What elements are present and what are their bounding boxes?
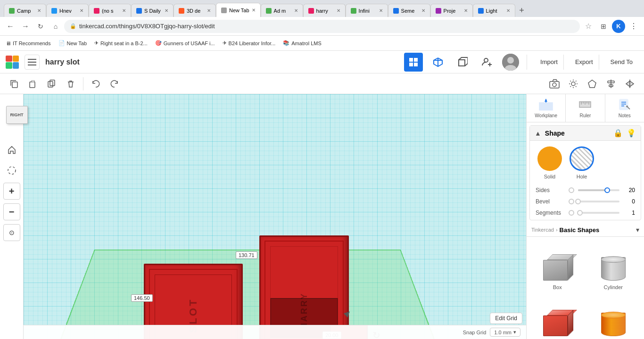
tab-camp[interactable]: Camp ✕ [4, 4, 46, 17]
notes-tool[interactable]: Notes [605, 94, 644, 122]
tab-adm-close[interactable]: ✕ [294, 8, 298, 13]
snap-grid-select[interactable]: 1.0 mm ▾ [490, 328, 520, 337]
shape-card-cyl-gray[interactable]: Cylinder [586, 241, 641, 294]
forward-button[interactable]: → [19, 20, 32, 33]
delete-button[interactable] [62, 75, 79, 92]
workplane-tool[interactable]: Workplane [527, 94, 566, 122]
panel-collapse-btn[interactable]: › [526, 192, 527, 211]
duplicate-button[interactable] [43, 75, 60, 92]
solid-option[interactable]: Solid [537, 146, 562, 179]
shape-card-cyl-orange[interactable]: Cylinder [586, 296, 641, 339]
bookmark-amatrol[interactable]: 📚Amatrol LMS [281, 39, 323, 47]
user-avatar[interactable] [502, 54, 519, 71]
tab-light-close[interactable]: ✕ [506, 8, 510, 13]
redo-button[interactable] [106, 75, 123, 92]
tab-daily-close[interactable]: ✕ [165, 8, 168, 13]
address-text: tinkercad.com/things/0V8X8OTgjqo-harry-s… [79, 23, 215, 30]
export-button[interactable]: Export [570, 55, 599, 70]
tab-infini-close[interactable]: ✕ [379, 8, 383, 13]
tab-seme-close[interactable]: ✕ [421, 8, 425, 13]
shape-card-box-red[interactable]: Box [530, 296, 585, 339]
tab-hnev[interactable]: Hnev ✕ [46, 4, 89, 17]
profile-button[interactable]: K [612, 20, 625, 33]
bookmark-it-recommends[interactable]: 🖥IT Recommends [4, 40, 53, 47]
shape-panel-collapse[interactable]: ▲ [535, 129, 541, 137]
tab-proje-close[interactable]: ✕ [464, 8, 468, 13]
shape-card-box-gray[interactable]: Box [530, 241, 585, 294]
edit-grid-button[interactable]: Edit Grid [490, 313, 522, 324]
tab-newtab[interactable]: New Tab ✕ [216, 3, 261, 17]
zoom-out-btn[interactable]: − [3, 203, 20, 220]
sides-label: Sides [536, 187, 569, 194]
lock-icon[interactable]: 🔒 [613, 129, 623, 137]
tab-proje[interactable]: Proje ✕ [430, 4, 473, 17]
home-view-btn[interactable] [3, 141, 20, 158]
hamburger-menu[interactable] [25, 55, 40, 70]
bookmark-b24[interactable]: ✈B24 Liberator Infor... [221, 39, 278, 47]
tab-light[interactable]: Light ✕ [473, 4, 515, 17]
tab-3dde[interactable]: 3D de ✕ [173, 4, 216, 17]
tab-nos-close[interactable]: ✕ [122, 8, 126, 13]
cube-view-button[interactable] [453, 53, 472, 72]
ruler-tool[interactable]: Ruler [566, 94, 605, 122]
fit-view-btn[interactable]: ⊙ [3, 224, 20, 241]
light-button[interactable] [565, 75, 582, 92]
light-toggle-icon[interactable]: 💡 [627, 129, 636, 137]
segments-slider[interactable] [578, 212, 619, 214]
tab-camp-label: Camp [17, 8, 31, 14]
nav-bar: ← → ↻ ⌂ 🔒 tinkercad.com/things/0V8X8OTgj… [0, 17, 644, 36]
tab-3dde-close[interactable]: ✕ [207, 8, 211, 13]
paste-button[interactable] [25, 75, 41, 92]
tab-daily[interactable]: S Daily ✕ [131, 4, 173, 17]
view-grid-button[interactable] [404, 53, 423, 72]
tinkercad-logo[interactable] [6, 56, 19, 69]
sides-slider[interactable] [578, 189, 619, 191]
svg-rect-3 [409, 58, 413, 62]
tab-light-label: Light [486, 8, 497, 14]
tab-harry-close[interactable]: ✕ [337, 8, 340, 13]
camera-button[interactable] [546, 75, 563, 92]
tab-proje-label: Proje [444, 8, 456, 14]
bookmark-new-tab[interactable]: 📄New Tab [57, 39, 89, 47]
tab-hnev-close[interactable]: ✕ [80, 8, 83, 13]
shape-button[interactable] [584, 75, 601, 92]
red-box-center[interactable]: HARRY [259, 235, 349, 339]
tab-harry[interactable]: harry ✕ [303, 4, 346, 17]
new-tab-button[interactable]: + [515, 4, 528, 17]
bookmark-star[interactable]: ☆ [582, 20, 595, 33]
tab-camp-close[interactable]: ✕ [37, 8, 41, 13]
bookmark-gunners[interactable]: 🎯Gunners of USAAF i... [153, 39, 217, 47]
tab-infini[interactable]: Infini ✕ [346, 4, 388, 17]
svg-point-12 [484, 58, 488, 62]
library-dropdown-btn[interactable]: ▾ [636, 226, 639, 234]
import-button[interactable]: Import [535, 55, 564, 70]
back-button[interactable]: ← [4, 20, 17, 33]
copy-button[interactable] [6, 75, 23, 92]
tab-nos[interactable]: (no s ✕ [89, 4, 131, 17]
select-btn[interactable] [3, 162, 20, 179]
tab-newtab-close[interactable]: ✕ [252, 8, 256, 13]
address-bar[interactable]: 🔒 tinkercad.com/things/0V8X8OTgjqo-harry… [64, 20, 580, 33]
zoom-in-btn[interactable]: + [3, 183, 20, 200]
tab-seme[interactable]: Seme ✕ [388, 4, 430, 17]
align-button[interactable] [603, 75, 619, 92]
svg-rect-6 [414, 63, 418, 66]
snap-grid-label: Snap Grid [463, 330, 487, 335]
sides-value: 20 [623, 187, 635, 194]
refresh-button[interactable]: ↻ [34, 20, 47, 33]
home-button[interactable]: ⌂ [49, 20, 62, 33]
add-person-button[interactable] [478, 53, 496, 72]
tab-adm[interactable]: Ad m ✕ [261, 4, 303, 17]
bevel-slider[interactable] [578, 201, 619, 202]
tab-3dde-label: 3D de [187, 8, 200, 14]
menu-button[interactable]: ⋮ [627, 20, 640, 33]
extensions-button[interactable]: ⊞ [597, 20, 610, 33]
hole-option[interactable]: Hole [570, 146, 594, 179]
view-cube-btn[interactable]: RIGHT [0, 98, 34, 132]
view-3d-button[interactable] [429, 53, 447, 72]
viewport[interactable]: SLOT HARRY 130.71 146.50 20.00 3.00 3.05… [24, 94, 526, 339]
undo-button[interactable] [87, 75, 104, 92]
mirror-button[interactable] [621, 75, 638, 92]
bookmark-right-seat[interactable]: ✈Right seat in a B-2... [92, 39, 149, 47]
send-to-button[interactable]: Send To [605, 55, 638, 70]
